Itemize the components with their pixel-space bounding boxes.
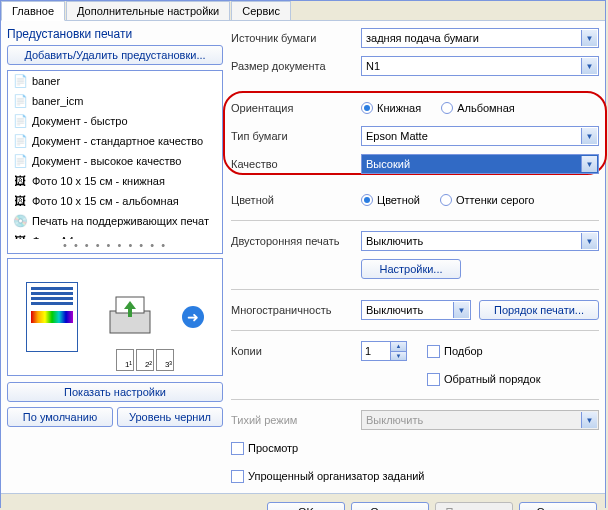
doc-icon: 📄 [12,113,28,129]
doc-icon: 📄 [12,73,28,89]
show-settings-button[interactable]: Показать настройки [7,382,223,402]
checkbox-icon [231,442,244,455]
preset-item[interactable]: 🖼Фото 10 x 15 см - книжная [8,171,222,191]
copies-spinner[interactable]: 1 ▲▼ [361,341,407,361]
preset-label: Документ - стандартное качество [32,135,203,147]
doc-icon: 📄 [12,93,28,109]
cancel-button[interactable]: Отмена [351,502,429,510]
preset-item[interactable]: 📄Документ - стандартное качество [8,131,222,151]
chevron-down-icon: ▼ [453,302,469,318]
copies-label: Копии [231,345,361,357]
quality-combo[interactable]: Высокий▼ [361,154,599,174]
paper-source-combo[interactable]: задняя подача бумаги▼ [361,28,599,48]
radio-icon [361,194,373,206]
preset-list[interactable]: 📄baner 📄baner_icm 📄Документ - быстро 📄До… [7,70,223,254]
printer-icon [102,289,158,345]
color-grayscale-radio[interactable]: Оттенки серого [440,194,534,206]
preset-item[interactable]: 💿Печать на поддерживающих печат [8,211,222,231]
presets-title: Предустановки печати [7,27,223,41]
paper-source-label: Источник бумаги [231,32,361,44]
doc-size-label: Размер документа [231,60,361,72]
document-preview-icon [26,282,78,352]
quiet-mode-combo: Выключить▼ [361,410,599,430]
tab-main[interactable]: Главное [1,1,65,21]
ink-levels-button[interactable]: Уровень чернил [117,407,223,427]
tab-bar: Главное Дополнительные настройки Сервис [1,1,605,21]
duplex-label: Двусторонняя печать [231,235,361,247]
checkbox-icon [427,345,440,358]
duplex-combo[interactable]: Выключить▼ [361,231,599,251]
chevron-down-icon: ▼ [581,412,597,428]
right-column: Источник бумаги задняя подача бумаги▼ Ра… [231,27,599,487]
svg-rect-3 [128,307,132,317]
photo-icon: 🖼 [12,253,28,254]
multipage-combo[interactable]: Выключить▼ [361,300,471,320]
simple-organizer-checkbox[interactable]: Упрощенный организатор заданий [231,470,425,483]
dialog-button-bar: OK Отмена Применить Справка [1,493,605,510]
chevron-down-icon: ▼ [581,156,597,172]
content-area: Предустановки печати Добавить/Удалить пр… [1,21,605,493]
preset-label: Документ - быстро [32,115,128,127]
arrow-right-icon: ➜ [182,306,204,328]
add-remove-presets-button[interactable]: Добавить/Удалить предустановки... [7,45,223,65]
tab-advanced[interactable]: Дополнительные настройки [66,1,230,20]
preset-label: Фото 10 x 15 см - альбомная [32,195,179,207]
photo-icon: 🖼 [12,173,28,189]
preset-label: Фото 10 x 15 см - книжная [32,175,165,187]
preset-label: Документ - высокое качество [32,155,181,167]
collate-checkbox[interactable]: Подбор [427,345,483,358]
duplex-settings-button[interactable]: Настройки... [361,259,461,279]
preview-checkbox[interactable]: Просмотр [231,442,298,455]
preset-item[interactable]: 🖼Фото 10 x 15 см - альбомная [8,191,222,211]
tab-service[interactable]: Сервис [231,1,291,20]
preset-label: baner_icm [32,95,83,107]
chevron-down-icon: ▼ [581,128,597,144]
print-dialog: Главное Дополнительные настройки Сервис … [0,0,606,508]
chevron-down-icon: ▼ [581,233,597,249]
multipage-label: Многостраничность [231,304,361,316]
page-order-button: Порядок печати... [479,300,599,320]
doc-icon: 📄 [12,133,28,149]
left-column: Предустановки печати Добавить/Удалить пр… [7,27,223,487]
preset-item[interactable]: 📄Документ - высокое качество [8,151,222,171]
checkbox-icon [427,373,440,386]
preset-item[interactable]: 📄baner_icm [8,91,222,111]
preset-item[interactable]: 🖼Фото A4 - альбомная [8,251,222,254]
radio-icon [440,194,452,206]
preset-item[interactable]: 📄baner [8,71,222,91]
help-button[interactable]: Справка [519,502,597,510]
chevron-down-icon: ▼ [581,30,597,46]
color-label: Цветной [231,194,361,206]
chevron-down-icon: ▼ [581,58,597,74]
color-color-radio[interactable]: Цветной [361,194,420,206]
photo-icon: 🖼 [12,193,28,209]
doc-icon: 📄 [12,153,28,169]
defaults-button[interactable]: По умолчанию [7,407,113,427]
spin-down-icon[interactable]: ▼ [390,352,406,361]
paper-type-combo[interactable]: Epson Matte▼ [361,126,599,146]
scroll-indicator[interactable]: • • • • • • • • • • [8,239,222,251]
preview-box: ➜ 1¹ 2² 3³ [7,258,223,376]
apply-button: Применить [435,502,513,510]
spin-up-icon[interactable]: ▲ [390,342,406,352]
quiet-mode-label: Тихий режим [231,414,361,426]
preset-item[interactable]: 📄Документ - быстро [8,111,222,131]
ok-button[interactable]: OK [267,502,345,510]
disc-icon: 💿 [12,213,28,229]
checkbox-icon [231,470,244,483]
reverse-order-checkbox[interactable]: Обратный порядок [427,373,540,386]
preset-label: baner [32,75,60,87]
copies-preview-icon: 1¹ 2² 3³ [116,349,174,371]
preset-label: Печать на поддерживающих печат [32,215,209,227]
doc-size-combo[interactable]: N1▼ [361,56,599,76]
